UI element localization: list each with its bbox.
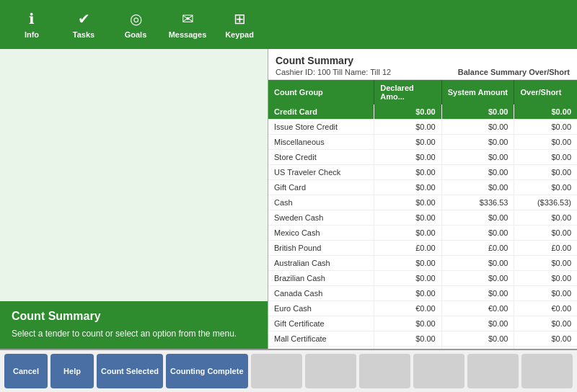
cell-system: $0.00 bbox=[441, 104, 514, 120]
info-icon: ℹ bbox=[29, 10, 35, 27]
cell-declared: $0.00 bbox=[374, 286, 441, 301]
table-row[interactable]: Canada Cash$0.00$0.00$0.00 bbox=[268, 286, 577, 301]
col-header-system: System Amount bbox=[441, 80, 514, 104]
left-panel-content bbox=[0, 49, 268, 301]
nav-item-messages[interactable]: ✉ Messages bbox=[162, 3, 213, 46]
cell-group: Miscellaneous bbox=[268, 135, 374, 150]
cell-over-short: $0.00 bbox=[514, 120, 577, 135]
cell-system: $0.00 bbox=[441, 256, 514, 271]
cell-system: $0.00 bbox=[441, 150, 514, 165]
table-row[interactable]: Issue Store Credit$0.00$0.00$0.00 bbox=[268, 120, 577, 135]
table-row[interactable]: Australian Cash$0.00$0.00$0.00 bbox=[268, 256, 577, 271]
cell-group: US Traveler Check bbox=[268, 165, 374, 180]
cell-declared: $0.00 bbox=[374, 150, 441, 165]
cell-over-short: $0.00 bbox=[514, 180, 577, 195]
table-row[interactable]: Euro Cash€0.00€0.00€0.00 bbox=[268, 301, 577, 316]
table-row[interactable]: Mexico Cash$0.00$0.00$0.00 bbox=[268, 226, 577, 241]
table-row[interactable]: Cash$0.00$336.53($336.53) bbox=[268, 195, 577, 210]
right-panel: Count Summary Cashier ID: 100 Till Name:… bbox=[268, 49, 577, 349]
cell-over-short: $0.00 bbox=[514, 331, 577, 347]
col-header-over-short: Over/Short bbox=[514, 80, 577, 104]
cell-over-short: $0.00 bbox=[514, 226, 577, 241]
cell-group: Canada Cash bbox=[268, 286, 374, 301]
cell-system: $0.00 bbox=[441, 165, 514, 180]
toolbar-spacer-3 bbox=[359, 354, 410, 388]
toolbar-spacer-4 bbox=[413, 354, 464, 388]
cell-declared: €0.00 bbox=[374, 301, 441, 316]
right-panel-title: Count Summary bbox=[276, 55, 570, 66]
cell-declared: $0.00 bbox=[374, 120, 441, 135]
cell-group: Australian Cash bbox=[268, 256, 374, 271]
help-button[interactable]: Help bbox=[50, 354, 94, 388]
cell-system: £0.00 bbox=[441, 241, 514, 256]
nav-item-tasks[interactable]: ✔ Tasks bbox=[58, 3, 110, 46]
cell-system: $336.53 bbox=[441, 195, 514, 210]
cell-system: $0.00 bbox=[441, 226, 514, 241]
cell-declared: $0.00 bbox=[374, 180, 441, 195]
table-row[interactable]: British Pound£0.00£0.00£0.00 bbox=[268, 241, 577, 256]
table-row[interactable]: Credit Card$0.00$0.00$0.00 bbox=[268, 104, 577, 120]
cell-declared: £0.00 bbox=[374, 241, 441, 256]
cancel-button[interactable]: Cancel bbox=[4, 354, 48, 388]
cell-system: €0.00 bbox=[441, 301, 514, 316]
nav-item-keypad[interactable]: ⊞ Keypad bbox=[213, 3, 265, 46]
count-summary-description-box: Count Summary Select a tender to count o… bbox=[0, 301, 268, 349]
table-row[interactable]: US Traveler Check$0.00$0.00$0.00 bbox=[268, 165, 577, 180]
table-row[interactable]: Gift Certificate$0.00$0.00$0.00 bbox=[268, 316, 577, 331]
cell-over-short: $0.00 bbox=[514, 316, 577, 331]
cell-group: British Pound bbox=[268, 241, 374, 256]
cell-declared: $0.00 bbox=[374, 195, 441, 210]
table-header-row: Count Group Declared Amo... System Amoun… bbox=[268, 80, 577, 104]
cashier-info: Cashier ID: 100 Till Name: Till 12 bbox=[276, 68, 391, 76]
cell-system: $0.00 bbox=[441, 331, 514, 347]
cell-declared: $0.00 bbox=[374, 331, 441, 347]
cell-system: $0.00 bbox=[441, 316, 514, 331]
nav-label-tasks: Tasks bbox=[73, 30, 94, 39]
cell-group: Euro Cash bbox=[268, 301, 374, 316]
nav-label-goals: Goals bbox=[125, 30, 147, 39]
cell-system: $0.00 bbox=[441, 120, 514, 135]
cell-over-short: ($336.53) bbox=[514, 195, 577, 210]
cell-system: $0.00 bbox=[441, 135, 514, 150]
cell-declared: $0.00 bbox=[374, 104, 441, 120]
cell-group: Brazilian Cash bbox=[268, 271, 374, 286]
count-table-body: Credit Card$0.00$0.00$0.00Issue Store Cr… bbox=[268, 104, 577, 349]
nav-item-info[interactable]: ℹ Info bbox=[6, 3, 58, 46]
table-row[interactable]: Brazilian Cash$0.00$0.00$0.00 bbox=[268, 271, 577, 286]
toolbar-spacer-6 bbox=[521, 354, 573, 388]
right-panel-meta: Cashier ID: 100 Till Name: Till 12 Balan… bbox=[276, 68, 570, 76]
cell-group: Mexico Cash bbox=[268, 226, 374, 241]
cell-over-short: $0.00 bbox=[514, 135, 577, 150]
table-row[interactable]: Mall Certificate$0.00$0.00$0.00 bbox=[268, 331, 577, 347]
table-row[interactable]: Gift Card$0.00$0.00$0.00 bbox=[268, 180, 577, 195]
table-row[interactable]: Store Credit$0.00$0.00$0.00 bbox=[268, 150, 577, 165]
toolbar-spacer-2 bbox=[305, 354, 356, 388]
cell-system: $0.00 bbox=[441, 271, 514, 286]
nav-label-keypad: Keypad bbox=[225, 30, 254, 39]
cell-over-short: €0.00 bbox=[514, 301, 577, 316]
cell-over-short: $0.00 bbox=[514, 165, 577, 180]
nav-item-goals[interactable]: ◎ Goals bbox=[110, 3, 162, 46]
toolbar-spacer-1 bbox=[251, 354, 302, 388]
counting-complete-button[interactable]: Counting Complete bbox=[166, 354, 247, 388]
cell-group: Cash bbox=[268, 195, 374, 210]
nav-label-messages: Messages bbox=[169, 30, 207, 39]
cell-declared: $0.00 bbox=[374, 271, 441, 286]
cell-declared: $0.00 bbox=[374, 316, 441, 331]
cell-system: $0.00 bbox=[441, 286, 514, 301]
cell-group: Gift Certificate bbox=[268, 316, 374, 331]
table-row[interactable]: Sweden Cash$0.00$0.00$0.00 bbox=[268, 210, 577, 226]
cell-system: $0.00 bbox=[441, 180, 514, 195]
count-selected-button[interactable]: Count Selected bbox=[97, 354, 163, 388]
table-row[interactable]: Miscellaneous$0.00$0.00$0.00 bbox=[268, 135, 577, 150]
cell-over-short: $0.00 bbox=[514, 271, 577, 286]
tasks-icon: ✔ bbox=[78, 10, 90, 27]
toolbar-spacer-5 bbox=[467, 354, 519, 388]
goals-icon: ◎ bbox=[130, 10, 142, 27]
cell-over-short: $0.00 bbox=[514, 286, 577, 301]
col-header-group: Count Group bbox=[268, 80, 374, 104]
cell-declared: $0.00 bbox=[374, 135, 441, 150]
cell-group: Sweden Cash bbox=[268, 210, 374, 226]
keypad-icon: ⊞ bbox=[234, 10, 246, 27]
messages-icon: ✉ bbox=[182, 10, 194, 27]
